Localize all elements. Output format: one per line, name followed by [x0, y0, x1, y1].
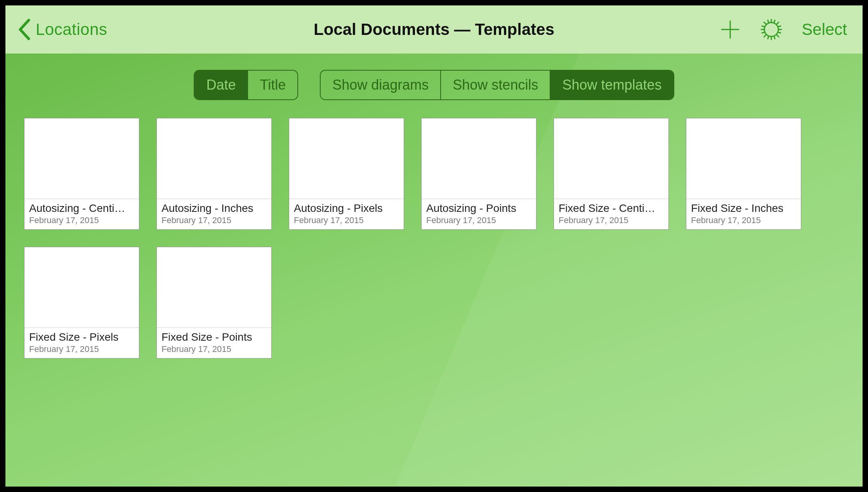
filter-diagrams-button[interactable]: Show diagrams [321, 71, 440, 99]
filter-stencils-button[interactable]: Show stencils [440, 71, 550, 99]
gear-icon [760, 18, 783, 41]
add-button[interactable] [719, 19, 741, 40]
document-date: February 17, 2015 [29, 215, 134, 225]
document-meta: Fixed Size - Points February 17, 2015 [157, 328, 271, 358]
svg-line-7 [764, 22, 766, 24]
document-meta: Autosizing - Inches February 17, 2015 [157, 199, 271, 229]
document-thumbnail [686, 118, 801, 199]
svg-line-9 [776, 22, 779, 24]
document-meta: Fixed Size - Pixels February 17, 2015 [24, 328, 139, 358]
svg-line-12 [774, 20, 775, 23]
document-thumbnail [24, 118, 139, 199]
sort-title-button[interactable]: Title [247, 71, 297, 99]
page-title: Local Documents — Templates [314, 20, 554, 39]
document-title: Autosizing - Points [426, 202, 531, 215]
document-title: Fixed Size - Points [161, 331, 267, 343]
document-title: Fixed Size - Inches [691, 202, 796, 215]
document-grid: Autosizing - Centi… February 17, 2015 Au… [5, 118, 863, 359]
document-date: February 17, 2015 [559, 215, 664, 225]
document-meta: Fixed Size - Inches February 17, 2015 [686, 199, 801, 229]
sort-segment: Date Title [194, 70, 298, 100]
plus-icon [719, 19, 741, 40]
document-thumbnail [157, 247, 271, 328]
document-title: Fixed Size - Centi… [559, 202, 664, 215]
document-date: February 17, 2015 [426, 215, 531, 225]
back-button[interactable]: Locations [16, 18, 107, 41]
chevron-left-icon [16, 18, 33, 41]
filter-templates-button[interactable]: Show templates [550, 71, 673, 99]
document-meta: Autosizing - Points February 17, 2015 [422, 199, 536, 229]
svg-line-15 [762, 26, 765, 27]
document-title: Autosizing - Inches [161, 202, 267, 215]
document-meta: Autosizing - Centi… February 17, 2015 [24, 199, 139, 229]
document-card[interactable]: Autosizing - Centi… February 17, 2015 [24, 118, 139, 230]
document-card[interactable]: Fixed Size - Pixels February 17, 2015 [24, 247, 139, 359]
document-meta: Fixed Size - Centi… February 17, 2015 [554, 199, 668, 229]
document-card[interactable]: Fixed Size - Points February 17, 2015 [156, 247, 272, 359]
svg-line-17 [778, 26, 781, 27]
document-date: February 17, 2015 [29, 344, 134, 354]
nav-actions: Select [719, 18, 847, 41]
select-button[interactable]: Select [802, 20, 847, 39]
document-card[interactable]: Fixed Size - Inches February 17, 2015 [686, 118, 801, 230]
document-title: Autosizing - Centi… [29, 202, 134, 215]
svg-line-14 [774, 36, 775, 39]
document-date: February 17, 2015 [161, 344, 267, 354]
svg-line-13 [768, 36, 769, 39]
document-date: February 17, 2015 [691, 215, 796, 225]
document-card[interactable]: Autosizing - Points February 17, 2015 [421, 118, 536, 230]
document-thumbnail [289, 118, 404, 199]
type-filter-segment: Show diagrams Show stencils Show templat… [320, 70, 674, 100]
navbar: Locations Local Documents — Templates [5, 5, 863, 54]
document-card[interactable]: Fixed Size - Centi… February 17, 2015 [554, 118, 669, 230]
svg-line-11 [768, 20, 769, 23]
svg-line-8 [776, 35, 779, 37]
document-thumbnail [554, 118, 668, 199]
document-title: Autosizing - Pixels [294, 202, 399, 215]
document-date: February 17, 2015 [294, 215, 399, 225]
document-title: Fixed Size - Pixels [29, 331, 134, 343]
document-date: February 17, 2015 [161, 215, 267, 225]
document-card[interactable]: Autosizing - Pixels February 17, 2015 [289, 118, 404, 230]
svg-line-16 [762, 32, 765, 33]
document-thumbnail [157, 118, 271, 199]
document-card[interactable]: Autosizing - Inches February 17, 2015 [156, 118, 272, 230]
svg-line-18 [778, 32, 781, 33]
settings-button[interactable] [760, 18, 783, 41]
back-label: Locations [36, 20, 107, 39]
document-thumbnail [422, 118, 536, 199]
sort-date-button[interactable]: Date [194, 71, 247, 99]
svg-line-10 [764, 35, 766, 37]
document-meta: Autosizing - Pixels February 17, 2015 [289, 199, 404, 229]
document-thumbnail [24, 247, 139, 328]
filter-toolbar: Date Title Show diagrams Show stencils S… [5, 54, 863, 118]
